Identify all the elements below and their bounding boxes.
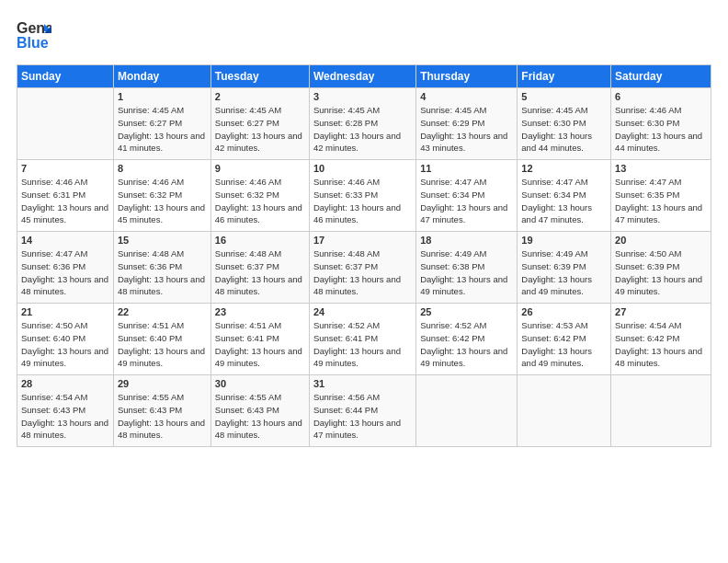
sunrise-label: Sunrise: 4:52 AM [313, 320, 380, 330]
col-header-tuesday: Tuesday [210, 65, 309, 88]
sunrise-label: Sunrise: 4:45 AM [118, 105, 184, 115]
day-number: 23 [215, 306, 305, 317]
day-number: 17 [313, 235, 412, 246]
week-row-5: 28Sunrise: 4:54 AMSunset: 6:43 PMDayligh… [17, 375, 711, 447]
day-number: 21 [21, 306, 109, 317]
week-row-3: 14Sunrise: 4:47 AMSunset: 6:36 PMDayligh… [17, 232, 711, 304]
day-number: 25 [420, 306, 513, 317]
cell-info: Sunrise: 4:48 AMSunset: 6:37 PMDaylight:… [313, 247, 412, 298]
sunset-label: Sunset: 6:35 PM [615, 190, 679, 200]
calendar-cell: 26Sunrise: 4:53 AMSunset: 6:42 PMDayligh… [518, 304, 611, 375]
cell-info: Sunrise: 4:52 AMSunset: 6:41 PMDaylight:… [313, 319, 412, 370]
calendar-cell: 9Sunrise: 4:46 AMSunset: 6:32 PMDaylight… [210, 160, 309, 232]
cell-info: Sunrise: 4:51 AMSunset: 6:41 PMDaylight:… [215, 319, 305, 370]
day-number: 29 [118, 378, 207, 389]
day-number: 18 [420, 235, 513, 246]
daylight-label: Daylight: 13 hours and 41 minutes. [118, 131, 205, 154]
cell-info: Sunrise: 4:45 AMSunset: 6:30 PMDaylight:… [521, 104, 607, 155]
daylight-label: Daylight: 13 hours and 42 minutes. [215, 131, 302, 154]
calendar-cell: 3Sunrise: 4:45 AMSunset: 6:28 PMDaylight… [309, 88, 415, 160]
cell-info: Sunrise: 4:47 AMSunset: 6:36 PMDaylight:… [21, 247, 109, 298]
calendar-cell: 17Sunrise: 4:48 AMSunset: 6:37 PMDayligh… [309, 232, 415, 304]
daylight-label: Daylight: 13 hours and 49 minutes. [21, 346, 108, 369]
sunset-label: Sunset: 6:32 PM [215, 190, 279, 200]
daylight-label: Daylight: 13 hours and 48 minutes. [21, 274, 108, 297]
day-number: 19 [521, 235, 607, 246]
sunrise-label: Sunrise: 4:46 AM [118, 177, 184, 187]
calendar-cell: 1Sunrise: 4:45 AMSunset: 6:27 PMDaylight… [113, 88, 210, 160]
sunrise-label: Sunrise: 4:47 AM [615, 177, 681, 187]
cell-info: Sunrise: 4:46 AMSunset: 6:30 PMDaylight:… [615, 104, 707, 155]
daylight-label: Daylight: 13 hours and 47 minutes. [521, 202, 592, 225]
cell-info: Sunrise: 4:48 AMSunset: 6:36 PMDaylight:… [118, 247, 207, 298]
sunset-label: Sunset: 6:27 PM [118, 118, 182, 128]
sunset-label: Sunset: 6:36 PM [21, 261, 85, 271]
cell-info: Sunrise: 4:50 AMSunset: 6:40 PMDaylight:… [21, 319, 109, 370]
calendar-cell: 30Sunrise: 4:55 AMSunset: 6:43 PMDayligh… [210, 375, 309, 447]
sunrise-label: Sunrise: 4:49 AM [420, 248, 486, 259]
day-number: 26 [521, 306, 607, 317]
calendar-cell: 29Sunrise: 4:55 AMSunset: 6:43 PMDayligh… [113, 375, 210, 447]
col-header-thursday: Thursday [416, 65, 518, 88]
sunrise-label: Sunrise: 4:49 AM [521, 248, 587, 259]
sunrise-label: Sunrise: 4:47 AM [420, 177, 486, 187]
calendar-cell: 12Sunrise: 4:47 AMSunset: 6:34 PMDayligh… [518, 160, 611, 232]
daylight-label: Daylight: 13 hours and 49 minutes. [521, 274, 592, 297]
daylight-label: Daylight: 13 hours and 49 minutes. [420, 346, 507, 369]
sunset-label: Sunset: 6:43 PM [118, 405, 182, 415]
cell-info: Sunrise: 4:51 AMSunset: 6:40 PMDaylight:… [118, 319, 207, 370]
cell-info: Sunrise: 4:45 AMSunset: 6:27 PMDaylight:… [118, 104, 207, 155]
calendar-cell: 25Sunrise: 4:52 AMSunset: 6:42 PMDayligh… [416, 304, 518, 375]
day-number: 11 [420, 163, 513, 174]
sunrise-label: Sunrise: 4:51 AM [215, 320, 281, 330]
sunrise-label: Sunrise: 4:54 AM [615, 320, 681, 330]
day-number: 12 [521, 163, 607, 174]
day-number: 27 [615, 306, 707, 317]
sunset-label: Sunset: 6:34 PM [521, 190, 586, 200]
sunset-label: Sunset: 6:31 PM [21, 190, 85, 200]
sunrise-label: Sunrise: 4:54 AM [21, 392, 87, 402]
calendar-cell: 22Sunrise: 4:51 AMSunset: 6:40 PMDayligh… [113, 304, 210, 375]
sunrise-label: Sunrise: 4:48 AM [313, 248, 380, 259]
day-number: 8 [118, 163, 207, 174]
daylight-label: Daylight: 13 hours and 43 minutes. [420, 131, 507, 154]
cell-info: Sunrise: 4:56 AMSunset: 6:44 PMDaylight:… [313, 391, 412, 442]
week-row-1: 1Sunrise: 4:45 AMSunset: 6:27 PMDaylight… [17, 88, 711, 160]
daylight-label: Daylight: 13 hours and 49 minutes. [420, 274, 507, 297]
daylight-label: Daylight: 13 hours and 48 minutes. [215, 418, 302, 441]
logo: General Blue [17, 17, 51, 57]
week-row-4: 21Sunrise: 4:50 AMSunset: 6:40 PMDayligh… [17, 304, 711, 375]
cell-info: Sunrise: 4:48 AMSunset: 6:37 PMDaylight:… [215, 247, 305, 298]
daylight-label: Daylight: 13 hours and 44 minutes. [615, 131, 702, 154]
sunrise-label: Sunrise: 4:56 AM [313, 392, 380, 402]
cell-info: Sunrise: 4:54 AMSunset: 6:42 PMDaylight:… [615, 319, 707, 370]
calendar-cell: 14Sunrise: 4:47 AMSunset: 6:36 PMDayligh… [17, 232, 114, 304]
cell-info: Sunrise: 4:49 AMSunset: 6:39 PMDaylight:… [521, 247, 607, 298]
calendar-cell: 10Sunrise: 4:46 AMSunset: 6:33 PMDayligh… [309, 160, 415, 232]
sunset-label: Sunset: 6:42 PM [521, 333, 586, 343]
calendar-cell: 2Sunrise: 4:45 AMSunset: 6:27 PMDaylight… [210, 88, 309, 160]
daylight-label: Daylight: 13 hours and 44 minutes. [521, 131, 592, 154]
cell-info: Sunrise: 4:46 AMSunset: 6:32 PMDaylight:… [215, 176, 305, 226]
calendar-cell: 6Sunrise: 4:46 AMSunset: 6:30 PMDaylight… [611, 88, 711, 160]
sunset-label: Sunset: 6:43 PM [215, 405, 279, 415]
cell-info: Sunrise: 4:47 AMSunset: 6:35 PMDaylight:… [615, 176, 707, 226]
daylight-label: Daylight: 13 hours and 46 minutes. [313, 202, 401, 225]
header: General Blue [17, 17, 711, 57]
day-number: 31 [313, 378, 412, 389]
day-number: 2 [215, 91, 305, 102]
daylight-label: Daylight: 13 hours and 49 minutes. [615, 274, 702, 297]
sunset-label: Sunset: 6:39 PM [615, 261, 679, 271]
cell-info: Sunrise: 4:55 AMSunset: 6:43 PMDaylight:… [118, 391, 207, 442]
sunrise-label: Sunrise: 4:50 AM [21, 320, 87, 330]
calendar-cell: 15Sunrise: 4:48 AMSunset: 6:36 PMDayligh… [113, 232, 210, 304]
day-number: 4 [420, 91, 513, 102]
calendar-cell: 23Sunrise: 4:51 AMSunset: 6:41 PMDayligh… [210, 304, 309, 375]
sunrise-label: Sunrise: 4:53 AM [521, 320, 587, 330]
sunset-label: Sunset: 6:37 PM [215, 261, 279, 271]
logo-icon: General Blue [17, 17, 51, 53]
calendar-cell [17, 88, 114, 160]
day-number: 6 [615, 91, 707, 102]
calendar-cell: 31Sunrise: 4:56 AMSunset: 6:44 PMDayligh… [309, 375, 415, 447]
sunrise-label: Sunrise: 4:45 AM [521, 105, 587, 115]
